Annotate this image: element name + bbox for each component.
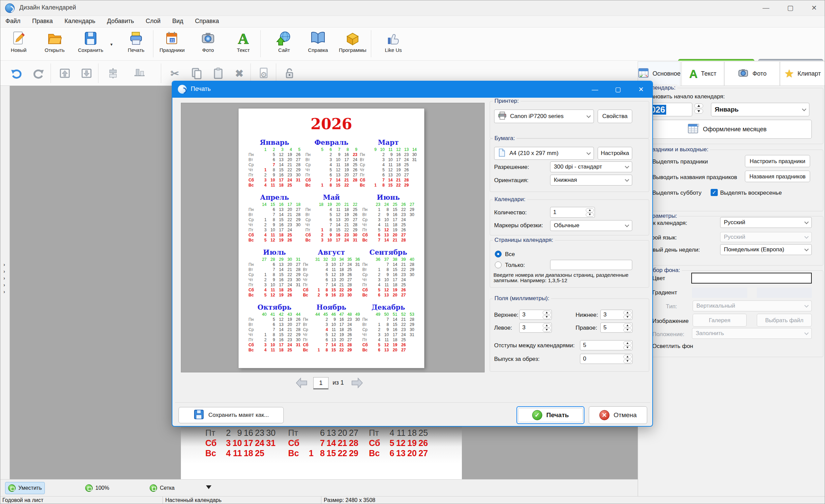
- help-button[interactable]: Справка: [301, 30, 335, 59]
- raise-layer-button[interactable]: [56, 65, 74, 82]
- thumbs-up-icon: [385, 30, 401, 46]
- lock-button[interactable]: [281, 65, 298, 82]
- step-down-icon[interactable]: [623, 315, 632, 319]
- new-button[interactable]: Новый: [2, 30, 36, 59]
- step-down-icon[interactable]: [623, 359, 632, 363]
- step-up-icon[interactable]: [586, 208, 594, 212]
- paper-size-select[interactable]: A4 (210 x 297 mm): [494, 147, 594, 160]
- menu-help[interactable]: Справка: [190, 16, 224, 26]
- calendar-day: [258, 317, 266, 322]
- margin-right-stepper[interactable]: 5: [600, 323, 633, 333]
- site-button[interactable]: Сайт: [267, 30, 301, 59]
- text-button[interactable]: A Текст: [226, 30, 260, 59]
- menu-calendar[interactable]: Календарь: [59, 16, 100, 26]
- step-up-icon[interactable]: [623, 355, 632, 359]
- paper-setup-button[interactable]: Настройка: [598, 147, 632, 160]
- margin-left-stepper[interactable]: 3: [519, 323, 552, 333]
- dialog-cancel-button[interactable]: ✕ Отмена: [589, 406, 647, 424]
- open-button[interactable]: Открыть: [38, 30, 72, 59]
- spacing-stepper[interactable]: 5: [580, 340, 633, 350]
- dialog-minimize-button[interactable]: —: [587, 81, 603, 98]
- printer-select[interactable]: Canon iP7200 series: [494, 110, 594, 123]
- grid-dropdown-arrow[interactable]: [206, 485, 211, 489]
- save-layout-button[interactable]: Сохранить макет как...: [179, 407, 284, 423]
- count-stepper[interactable]: 1: [550, 207, 595, 218]
- fit-button[interactable]: Уместить: [5, 482, 45, 494]
- pages-range-input[interactable]: [550, 260, 632, 270]
- previous-page-button[interactable]: [295, 377, 308, 389]
- step-up-icon[interactable]: [623, 324, 632, 328]
- tab-clipart[interactable]: ★ Клипарт: [780, 61, 825, 86]
- dialog-print-button[interactable]: ✓ Печать: [517, 406, 584, 424]
- zoom-100-button[interactable]: 100%: [82, 482, 112, 494]
- calendar-day: 8: [320, 288, 328, 293]
- step-down-icon[interactable]: [543, 328, 551, 332]
- minimize-button[interactable]: —: [756, 0, 775, 16]
- step-up-icon[interactable]: [543, 324, 551, 328]
- cut-button[interactable]: ✂: [166, 65, 184, 82]
- configure-holidays-button[interactable]: Настроить праздники: [745, 155, 810, 167]
- undo-button[interactable]: [8, 65, 25, 82]
- step-up-icon[interactable]: [623, 341, 632, 345]
- page-number-input[interactable]: 1: [313, 377, 329, 389]
- step-up-icon[interactable]: [543, 311, 551, 315]
- year-stepper[interactable]: [694, 103, 703, 114]
- menu-layer[interactable]: Слой: [140, 16, 166, 26]
- first-day-select[interactable]: Понедельник (Европа): [720, 244, 812, 255]
- step-up-icon[interactable]: [623, 311, 632, 315]
- all-pages-radio[interactable]: [495, 251, 502, 257]
- paste-button[interactable]: [209, 65, 227, 82]
- only-pages-radio[interactable]: [495, 261, 502, 268]
- programs-button[interactable]: Программы: [336, 30, 370, 59]
- calendar-day: 24: [283, 228, 292, 233]
- tab-photo[interactable]: Фото: [724, 61, 780, 86]
- redo-button[interactable]: [30, 65, 47, 82]
- print-button[interactable]: Печать: [119, 30, 153, 59]
- close-button[interactable]: ✕: [805, 0, 824, 16]
- dialog-close-button[interactable]: ✕: [633, 81, 649, 98]
- language-select[interactable]: Русский: [720, 217, 812, 228]
- menu-view[interactable]: Вид: [167, 16, 189, 26]
- status-size: Размер: 2480 x 3508: [324, 497, 375, 503]
- menu-add[interactable]: Добавить: [102, 16, 139, 26]
- margin-bottom-stepper[interactable]: 3: [600, 310, 633, 320]
- month-design-button[interactable]: Оформление месяцев: [642, 120, 812, 139]
- resolution-select[interactable]: 300 dpi - стандарт: [550, 161, 632, 172]
- menu-edit[interactable]: Правка: [27, 16, 58, 26]
- next-page-button[interactable]: [351, 377, 363, 389]
- bleed-stepper[interactable]: 0: [580, 354, 633, 364]
- weekday-label: Чт: [248, 277, 258, 283]
- delete-button[interactable]: ✖: [230, 65, 248, 82]
- color-swatch[interactable]: [691, 273, 812, 284]
- highlight-sunday-checkbox[interactable]: ✓: [711, 189, 718, 196]
- photo-button[interactable]: Фото: [191, 30, 225, 59]
- maximize-button[interactable]: ▢: [781, 0, 800, 16]
- holiday-names-button[interactable]: Названия праздников: [745, 171, 810, 182]
- orientation-select[interactable]: Книжная: [550, 175, 632, 186]
- step-up-icon[interactable]: [694, 103, 703, 108]
- copy-button[interactable]: [188, 65, 205, 82]
- step-down-icon[interactable]: [623, 328, 632, 332]
- start-month-select[interactable]: Январь: [711, 103, 809, 116]
- printer-properties-button[interactable]: Свойства: [598, 110, 632, 123]
- step-down-icon[interactable]: [694, 109, 703, 114]
- grid-button[interactable]: Сетка: [147, 482, 177, 494]
- left-panel-handle[interactable]: › › › › ›: [0, 86, 10, 479]
- like-us-button[interactable]: Like Us: [376, 30, 410, 59]
- page-settings-button[interactable]: ⚙: [255, 65, 273, 82]
- step-down-icon[interactable]: [623, 346, 632, 350]
- holidays-button[interactable]: 31 Праздники: [155, 30, 189, 59]
- dialog-maximize-button[interactable]: ▢: [610, 81, 626, 98]
- margin-top-stepper[interactable]: 3: [519, 310, 552, 320]
- align-vertical-button[interactable]: [131, 65, 148, 82]
- step-down-icon[interactable]: [586, 213, 594, 217]
- tab-text[interactable]: A Текст: [681, 61, 724, 86]
- align-horizontal-button[interactable]: [104, 65, 122, 82]
- crop-marks-select[interactable]: Обычные: [550, 220, 632, 231]
- menu-file[interactable]: Файл: [0, 16, 25, 26]
- calendar-day: 4: [372, 283, 380, 288]
- step-down-icon[interactable]: [543, 315, 551, 319]
- save-dropdown-arrow[interactable]: ▼: [110, 42, 113, 46]
- lower-layer-button[interactable]: [78, 65, 95, 82]
- save-button[interactable]: Сохранить: [74, 30, 108, 59]
